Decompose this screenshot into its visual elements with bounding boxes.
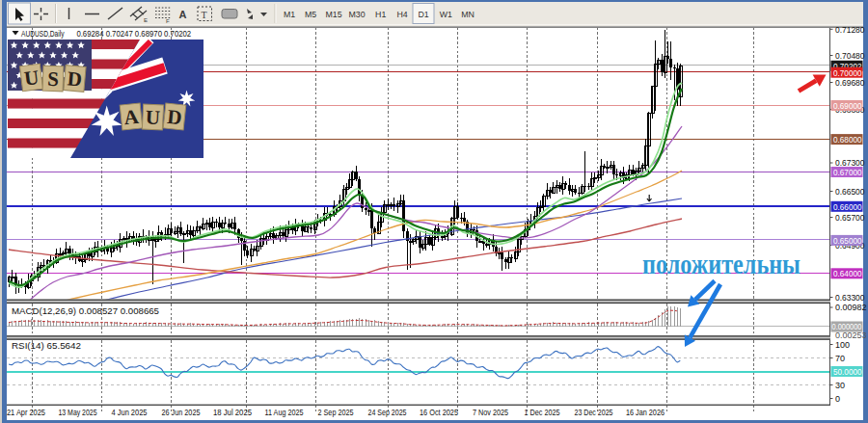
svg-text:F: F	[166, 18, 170, 24]
svg-text:M1: M1	[284, 10, 295, 19]
svg-text:T: T	[202, 10, 207, 20]
svg-text:W1: W1	[440, 10, 452, 19]
svg-text:0.00982: 0.00982	[835, 303, 867, 312]
svg-text:70: 70	[835, 354, 845, 363]
svg-text:1 Dec 2025: 1 Dec 2025	[525, 408, 560, 417]
svg-text:0.65700: 0.65700	[835, 213, 865, 223]
svg-text:13 May 2025: 13 May 2025	[59, 408, 97, 417]
svg-text:MN: MN	[461, 10, 475, 19]
svg-text:D: D	[67, 66, 83, 91]
svg-text:положительны: положительны	[642, 249, 800, 279]
svg-text:H4: H4	[396, 10, 407, 19]
svg-text:AUDUSD,Daily: AUDUSD,Daily	[21, 28, 65, 39]
svg-text:RSI(14) 65.5642: RSI(14) 65.5642	[12, 341, 81, 351]
svg-text:0: 0	[835, 394, 840, 404]
svg-text:0.70000: 0.70000	[833, 68, 862, 78]
svg-text:M15: M15	[325, 10, 341, 19]
svg-text:M30: M30	[348, 10, 365, 19]
svg-text:0.69000: 0.69000	[833, 101, 862, 111]
svg-text:D1: D1	[418, 10, 428, 19]
svg-text:100: 100	[835, 340, 850, 350]
svg-text:11 Aug 2025: 11 Aug 2025	[265, 408, 304, 417]
svg-text:S: S	[47, 67, 60, 91]
svg-text:0.00253: 0.00253	[835, 330, 867, 340]
svg-text:A: A	[179, 9, 187, 20]
svg-text:0.64000: 0.64000	[833, 269, 862, 278]
svg-text:0.67300: 0.67300	[835, 158, 865, 168]
svg-text:D: D	[166, 105, 183, 129]
svg-text:16 Jan 2026: 16 Jan 2026	[626, 408, 665, 417]
svg-text:16 Oct 2025: 16 Oct 2025	[420, 408, 458, 417]
svg-text:0.66500: 0.66500	[835, 187, 865, 197]
svg-text:23 Dec 2025: 23 Dec 2025	[575, 408, 613, 417]
svg-text:0.65000: 0.65000	[833, 236, 862, 246]
svg-text:30: 30	[835, 381, 845, 390]
svg-text:0.67000: 0.67000	[833, 168, 862, 177]
svg-text:0.69284 0.70247 0.68970 0.7020: 0.69284 0.70247 0.68970 0.70202	[76, 28, 191, 39]
svg-text:50.0000: 50.0000	[833, 367, 862, 377]
svg-text:M5: M5	[305, 10, 316, 19]
svg-text:0.66000: 0.66000	[833, 202, 862, 212]
svg-text:21 Apr 2025: 21 Apr 2025	[7, 408, 45, 417]
svg-text:0.71280: 0.71280	[835, 25, 865, 35]
svg-text:0.68000: 0.68000	[833, 135, 862, 145]
svg-text:26 Jun 2025: 26 Jun 2025	[162, 408, 201, 417]
svg-text:H1: H1	[375, 10, 386, 19]
svg-text:0.69680: 0.69680	[835, 78, 865, 88]
svg-text:E: E	[144, 17, 148, 23]
svg-text:24 Sep 2025: 24 Sep 2025	[368, 408, 407, 417]
svg-text:4 Jun 2025: 4 Jun 2025	[112, 408, 148, 417]
svg-text:U: U	[145, 106, 160, 130]
svg-text:0.63300: 0.63300	[835, 293, 865, 303]
svg-text:MACD(12,26,9) 0.008527 0.00866: MACD(12,26,9) 0.008527 0.008665	[12, 306, 159, 316]
svg-text:7 Nov 2025: 7 Nov 2025	[473, 408, 508, 417]
svg-text:18 Jul 2025: 18 Jul 2025	[213, 408, 252, 417]
svg-text:U: U	[23, 66, 41, 91]
svg-text:2 Sep 2025: 2 Sep 2025	[318, 408, 354, 417]
svg-text:0.70480: 0.70480	[835, 51, 865, 61]
